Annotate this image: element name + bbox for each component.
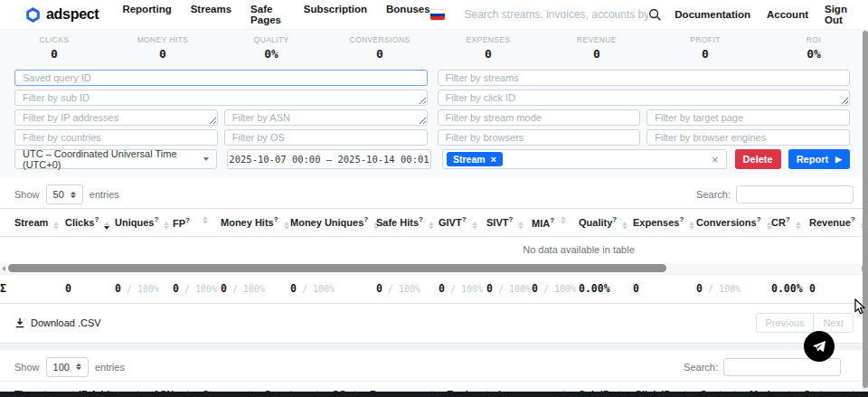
nav-item-bonuses[interactable]: Bonuses xyxy=(386,4,430,25)
table2-controls: Show 100 entries Search: xyxy=(0,350,868,381)
total-money-hits: 0/ 100% xyxy=(221,275,290,303)
vertical-scrollbar[interactable] xyxy=(863,29,868,392)
language-flag-ru-icon[interactable] xyxy=(430,10,445,20)
col-money-uniques[interactable]: Money Uniques? xyxy=(290,209,376,237)
page-size-select[interactable]: 100 xyxy=(46,357,89,377)
previous-page-button[interactable]: Previous xyxy=(756,313,815,333)
col-sivt[interactable]: SIVT? xyxy=(486,209,532,237)
scroll-left-icon[interactable] xyxy=(2,266,5,271)
show-label: Show xyxy=(14,189,40,200)
filter-sub-id-textarea[interactable] xyxy=(14,90,428,106)
col-givt[interactable]: GIVT? xyxy=(439,209,486,237)
stepper-icon xyxy=(71,192,76,198)
col-fp[interactable]: FP? xyxy=(173,209,221,237)
logo-hexagon-icon xyxy=(25,7,41,23)
search-icon[interactable] xyxy=(648,8,662,22)
total-sivt: 0/ 100% xyxy=(486,275,532,303)
table1-scroll-area: Stream Clicks? Uniques? FP? Money Hits? … xyxy=(0,208,868,263)
sort-icon xyxy=(518,222,524,230)
sort-icon xyxy=(429,222,434,230)
total-cr: 0.00% xyxy=(771,275,809,303)
download-icon xyxy=(14,317,25,328)
sort-icon xyxy=(561,216,566,224)
filter-os-input[interactable] xyxy=(224,129,428,146)
col-cr[interactable]: CR? xyxy=(771,209,809,237)
total-fp: 0/ 100% xyxy=(173,275,221,303)
col-expenses[interactable]: Expenses? xyxy=(633,209,696,237)
delete-button[interactable]: Delete xyxy=(735,149,781,169)
col-uniques[interactable]: Uniques? xyxy=(115,209,173,237)
stat-expenses: EXPENSES 0 xyxy=(434,35,542,61)
total-mia: 0/ 100% xyxy=(532,275,579,303)
tag-remove-icon[interactable]: × xyxy=(491,155,496,165)
horizontal-scrollbar[interactable] xyxy=(0,263,868,274)
search-label: Search: xyxy=(684,362,718,373)
brand-logo[interactable]: adspect xyxy=(25,6,99,23)
saved-query-id-input[interactable] xyxy=(14,70,428,86)
nav-item-streams[interactable]: Streams xyxy=(191,4,231,25)
nav-item-account[interactable]: Account xyxy=(767,9,808,20)
stat-quality: QUALITY 0% xyxy=(217,35,326,61)
filter-streams-input[interactable] xyxy=(438,70,851,86)
filter-countries-input[interactable] xyxy=(14,129,218,146)
report-table-header: Stream Clicks? Uniques? FP? Money Hits? … xyxy=(0,208,868,237)
sort-icon xyxy=(53,222,59,230)
filters-panel: UTC – Coordinated Universal Time (UTC+0)… xyxy=(0,67,868,177)
pagination: Previous Next xyxy=(756,313,854,333)
report-button[interactable]: Report ▶ xyxy=(788,149,850,169)
date-range-picker[interactable]: 2025-10-07 00:00 – 2025-10-14 00:01 xyxy=(227,149,431,169)
filter-click-id-textarea[interactable] xyxy=(438,90,851,106)
download-csv-link[interactable]: Download .CSV xyxy=(14,317,101,328)
page-size-select[interactable]: 50 xyxy=(46,184,83,204)
sort-icon xyxy=(284,222,289,230)
nav-item-sign-out[interactable]: Sign Out xyxy=(825,4,855,25)
table1-search-input[interactable] xyxy=(736,185,854,203)
col-revenue[interactable]: Revenue? xyxy=(809,209,868,237)
nav-item-documentation[interactable]: Documentation xyxy=(675,9,750,20)
filter-asn-textarea[interactable] xyxy=(224,109,428,126)
main-nav: Reporting Streams Safe Pages Subscriptio… xyxy=(122,4,429,25)
scrollbar-thumb[interactable] xyxy=(8,264,666,272)
nav-item-subscription[interactable]: Subscription xyxy=(304,4,367,25)
col-quality[interactable]: Quality? xyxy=(579,209,633,237)
col-stream[interactable]: Stream xyxy=(0,209,65,237)
clear-selection-icon[interactable]: × xyxy=(712,154,719,165)
bottom-scroll-strip xyxy=(0,392,868,397)
col-clicks[interactable]: Clicks? xyxy=(65,209,115,237)
col-money-hits[interactable]: Money Hits? xyxy=(221,209,290,237)
entity-multiselect[interactable]: Stream × × xyxy=(442,149,727,169)
empty-table-message: No data available in table xyxy=(0,237,868,263)
stat-clicks: CLICKS 0 xyxy=(0,35,108,61)
total-safe-hits: 0/ 100% xyxy=(376,275,439,303)
col-conversions[interactable]: Conversions? xyxy=(696,209,771,237)
filter-browsers-input[interactable] xyxy=(438,129,641,146)
filter-target-page-input[interactable] xyxy=(646,109,850,126)
total-conversions: 0/ 100% xyxy=(696,275,771,303)
top-navbar: adspect Reporting Streams Safe Pages Sub… xyxy=(0,0,868,29)
total-uniques: 0/ 100% xyxy=(115,275,173,303)
col-mia[interactable]: MIA? xyxy=(532,209,579,237)
show-label: Show xyxy=(14,362,40,373)
nav-item-safe-pages[interactable]: Safe Pages xyxy=(250,4,285,25)
filter-browser-engines-input[interactable] xyxy=(646,129,850,146)
nav-item-reporting[interactable]: Reporting xyxy=(122,4,171,25)
filter-stream-mode-input[interactable] xyxy=(438,109,641,126)
global-search-input[interactable] xyxy=(465,8,649,21)
stat-conversions: CONVERSIONS 0 xyxy=(326,35,434,61)
filter-ip-textarea[interactable] xyxy=(14,109,218,126)
telegram-chat-button[interactable] xyxy=(804,331,835,362)
chevron-down-icon xyxy=(203,157,209,161)
stream-tag: Stream × xyxy=(447,152,503,166)
total-clicks: 0 xyxy=(65,275,115,303)
sort-icon xyxy=(796,222,801,230)
sort-icon xyxy=(689,222,694,230)
stat-roi: ROI 0% xyxy=(760,35,868,61)
mouse-cursor-icon xyxy=(854,298,865,317)
totals-row: Σ 0 0/ 100% 0/ 100% 0/ 100% 0/ 100% 0/ 1… xyxy=(0,274,868,304)
next-page-button[interactable]: Next xyxy=(814,313,854,333)
col-safe-hits[interactable]: Safe Hits? xyxy=(376,209,439,237)
vertical-scrollbar-thumb[interactable] xyxy=(863,31,868,388)
nav-right-links: Documentation Account Sign Out xyxy=(675,4,855,25)
timezone-select[interactable]: UTC – Coordinated Universal Time (UTC+0) xyxy=(14,149,217,169)
stat-money-hits: MONEY HITS 0 xyxy=(108,35,217,61)
